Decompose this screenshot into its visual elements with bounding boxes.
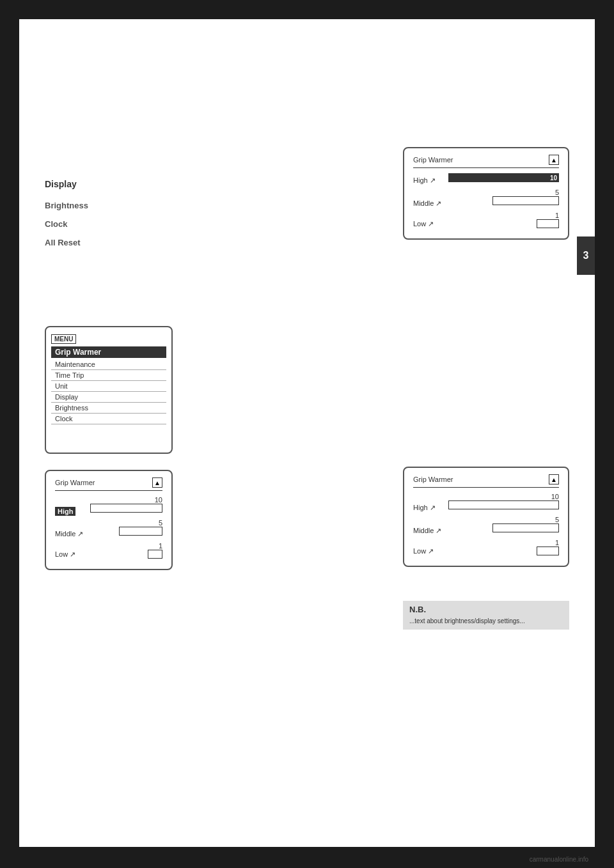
grip-icon-2: ▲ <box>152 477 162 488</box>
grip-value-low-1: 1 <box>448 212 559 219</box>
grip-row-middle-3: Middle ↗ 5 <box>413 516 559 535</box>
grip-label-middle-3: Middle ↗ <box>413 527 448 535</box>
menu-selected-item: Grip Warmer <box>51 346 166 358</box>
menu-item-unit: Unit <box>51 381 166 392</box>
menu-item-maintenance: Maintenance <box>51 359 166 370</box>
nb-text: ...text about brightness/display setting… <box>409 617 563 626</box>
nb-title: N.B. <box>409 605 563 614</box>
sidebar-item-brightness: Brightness <box>45 201 147 210</box>
grip-bar-high-1: 10 <box>448 173 559 185</box>
grip-bar-high-2: 10 <box>90 496 162 515</box>
grip-row-high-2: High 10 <box>55 496 162 515</box>
sidebar-item-clock: Clock <box>45 219 147 229</box>
grip-bar-middle-1: 5 <box>448 189 559 208</box>
grip-row-low-2: Low ↗ 1 <box>55 542 162 559</box>
grip-title-2: Grip Warmer <box>55 479 95 486</box>
grip-title-1: Grip Warmer <box>413 156 453 164</box>
grip-value-middle-1: 5 <box>448 189 559 196</box>
grip-label-high-1: High ↗ <box>413 176 448 185</box>
grip-value-high-1: 10 <box>550 174 557 182</box>
grip-row-low-3: Low ↗ 1 <box>413 539 559 555</box>
menu-box-title: MENU <box>51 334 76 344</box>
nb-section: N.B. ...text about brightness/display se… <box>403 601 569 630</box>
grip-row-high-1: High ↗ 10 <box>413 173 559 185</box>
sidebar-item-allreset: All Reset <box>45 238 147 247</box>
grip-warmer-box-2: Grip Warmer ▲ High 10 Middle ↗ 5 <box>45 470 173 570</box>
grip-value-high-3: 10 <box>448 493 559 500</box>
grip-value-low-2: 1 <box>90 542 162 550</box>
grip-row-high-3: High ↗ 10 <box>413 493 559 512</box>
menu-box: MENU Grip Warmer Maintenance Time Trip U… <box>45 326 173 454</box>
grip-value-low-3: 1 <box>448 539 559 546</box>
grip-label-low-2: Low ↗ <box>55 550 90 559</box>
sidebar: Display Brightness Clock All Reset <box>45 179 147 256</box>
grip-bar-low-3: 1 <box>448 539 559 555</box>
grip-bar-high-3: 10 <box>448 493 559 512</box>
menu-item-brightness: Brightness <box>51 403 166 414</box>
grip-bar-low-1: 1 <box>448 212 559 228</box>
grip-label-low-1: Low ↗ <box>413 220 448 228</box>
grip-warmer-box-3: Grip Warmer ▲ High ↗ 10 Middle ↗ 5 <box>403 467 569 567</box>
grip-value-middle-3: 5 <box>448 516 559 523</box>
page-number-tab: 3 <box>577 236 595 275</box>
watermark: carmanualonline.info <box>530 856 588 863</box>
grip-bar-middle-2: 5 <box>90 519 162 538</box>
menu-item-clock: Clock <box>51 414 166 424</box>
menu-item-display: Display <box>51 392 166 403</box>
content-area: 3 Display Brightness Clock All Reset Gri… <box>19 19 595 847</box>
grip-title-3: Grip Warmer <box>413 476 453 483</box>
grip-label-high-3: High ↗ <box>413 504 448 512</box>
grip-label-middle-1: Middle ↗ <box>413 199 448 208</box>
grip-row-middle-2: Middle ↗ 5 <box>55 519 162 538</box>
page-number: 3 <box>583 250 589 261</box>
grip-label-middle-2: Middle ↗ <box>55 530 90 538</box>
sidebar-title: Display <box>45 179 147 189</box>
grip-row-low-1: Low ↗ 1 <box>413 212 559 228</box>
menu-item-timetrip: Time Trip <box>51 370 166 381</box>
grip-label-low-3: Low ↗ <box>413 547 448 555</box>
grip-icon-3: ▲ <box>549 474 559 484</box>
grip-label-high-2: High <box>55 508 90 515</box>
grip-row-middle-1: Middle ↗ 5 <box>413 189 559 208</box>
grip-bar-middle-3: 5 <box>448 516 559 535</box>
grip-value-high-2: 10 <box>90 496 162 504</box>
grip-value-middle-2: 5 <box>90 519 162 527</box>
grip-icon-1: ▲ <box>549 155 559 165</box>
grip-bar-low-2: 1 <box>90 542 162 559</box>
grip-warmer-box-1: Grip Warmer ▲ High ↗ 10 Middle ↗ <box>403 147 569 240</box>
